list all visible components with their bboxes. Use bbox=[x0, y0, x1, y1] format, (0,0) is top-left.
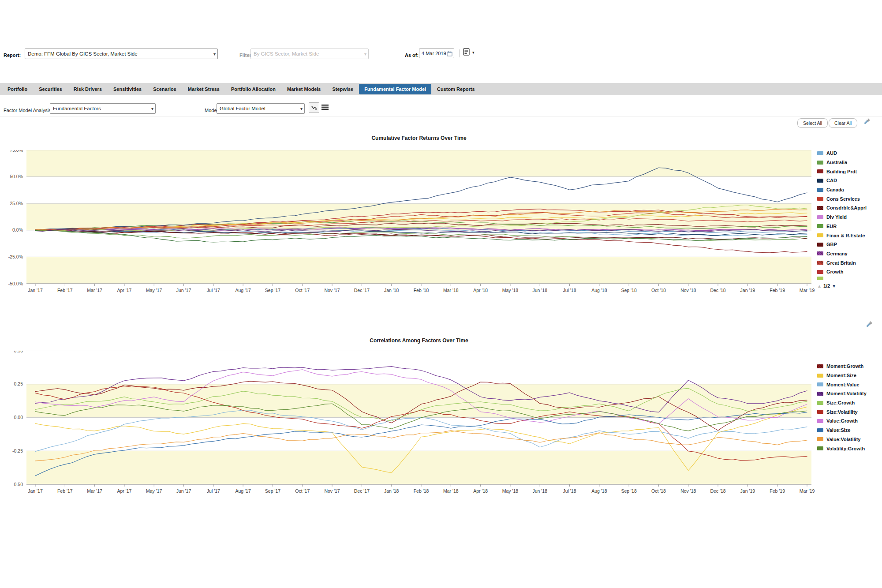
legend-item-eur[interactable]: EUR bbox=[817, 222, 867, 231]
page-up-icon[interactable]: ▲ bbox=[817, 284, 822, 288]
legend-label: Size:Growth bbox=[826, 400, 855, 405]
legend-swatch bbox=[817, 382, 823, 386]
wrench-icon[interactable] bbox=[863, 320, 873, 330]
legend-item-value-size[interactable]: Value:Size bbox=[817, 426, 867, 435]
chevron-down-icon: ▾ bbox=[300, 106, 303, 111]
svg-text:Jan '17: Jan '17 bbox=[28, 288, 43, 293]
export-report-icon[interactable] bbox=[463, 48, 471, 57]
legend-swatch bbox=[817, 197, 823, 201]
svg-text:Jun '17: Jun '17 bbox=[176, 488, 191, 494]
legend-item-partial[interactable] bbox=[817, 277, 867, 280]
svg-text:Nov '18: Nov '18 bbox=[680, 288, 696, 293]
legend-swatch bbox=[817, 428, 823, 432]
tab-portfolio-allocation[interactable]: Portfolio Allocation bbox=[225, 86, 281, 92]
svg-text:-0.25: -0.25 bbox=[12, 448, 23, 453]
legend-item-finan-r-estate[interactable]: Finan & R.Estate bbox=[817, 231, 867, 240]
legend-label: Canada bbox=[826, 187, 844, 192]
legend-item-aud[interactable]: AUD bbox=[817, 149, 867, 158]
legend-item-building-prdt[interactable]: Building Prdt bbox=[817, 167, 867, 176]
tab-securities[interactable]: Securities bbox=[33, 86, 68, 92]
legend-item-cons-services[interactable]: Cons Services bbox=[817, 194, 867, 203]
legend-item-value-volatility[interactable]: Value:Volatility bbox=[817, 435, 867, 444]
clear-all-button[interactable]: Clear All bbox=[829, 118, 857, 128]
legend-item-growth[interactable]: Growth bbox=[817, 267, 867, 277]
legend-item-germany[interactable]: Germany bbox=[817, 249, 867, 258]
chevron-down-icon: ▾ bbox=[364, 52, 366, 56]
legend-item-gbp[interactable]: GBP bbox=[817, 240, 867, 249]
tab-market-models[interactable]: Market Models bbox=[281, 86, 326, 92]
legend-item-value-growth[interactable]: Value:Growth bbox=[817, 416, 867, 426]
legend-item-div-yield[interactable]: Div Yield bbox=[817, 213, 867, 222]
chart-view-icon[interactable] bbox=[309, 102, 319, 113]
legend-item-canada[interactable]: Canada bbox=[817, 185, 867, 195]
legend-swatch bbox=[817, 179, 823, 183]
tab-portfolio[interactable]: Portfolio bbox=[2, 86, 33, 92]
svg-text:Sep '18: Sep '18 bbox=[621, 288, 637, 293]
calendar-icon[interactable] bbox=[447, 51, 452, 56]
chevron-down-icon: ▾ bbox=[213, 52, 216, 56]
svg-text:Oct '17: Oct '17 bbox=[295, 488, 310, 494]
svg-text:May '18: May '18 bbox=[502, 488, 519, 494]
asof-label: As of: bbox=[405, 51, 419, 59]
svg-text:Mar '18: Mar '18 bbox=[443, 288, 459, 293]
tab-custom-reports[interactable]: Custom Reports bbox=[431, 86, 481, 92]
svg-text:Dec '17: Dec '17 bbox=[354, 488, 370, 494]
svg-text:Jan '17: Jan '17 bbox=[28, 488, 43, 494]
caret-down-icon[interactable]: ▾ bbox=[472, 50, 475, 55]
legend-item-moment-volatility[interactable]: Moment:Volatility bbox=[817, 389, 867, 398]
legend-item-great-britain[interactable]: Great Britain bbox=[817, 258, 867, 267]
svg-text:Feb '19: Feb '19 bbox=[770, 288, 785, 293]
tab-risk-drivers[interactable]: Risk Drivers bbox=[68, 86, 108, 92]
svg-text:Jul '18: Jul '18 bbox=[563, 488, 576, 494]
svg-text:May '17: May '17 bbox=[146, 288, 162, 293]
filter-dropdown[interactable]: By GICS Sector, Market Side ▾ bbox=[250, 49, 369, 59]
select-all-button[interactable]: Select All bbox=[797, 118, 828, 128]
tab-scenarios[interactable]: Scenarios bbox=[147, 86, 182, 92]
report-dropdown-value: Demo: FFM Global By GICS Sector, Market … bbox=[28, 51, 138, 56]
wrench-icon[interactable] bbox=[861, 117, 871, 127]
svg-text:50.0%: 50.0% bbox=[10, 174, 23, 179]
model-dropdown[interactable]: Global Factor Model ▾ bbox=[217, 103, 305, 114]
svg-text:Mar '17: Mar '17 bbox=[87, 488, 102, 494]
legend-label: Finan & R.Estate bbox=[826, 233, 865, 238]
factor-model-analysis-dropdown[interactable]: Fundamental Factors ▾ bbox=[50, 103, 156, 114]
svg-text:0.50: 0.50 bbox=[14, 351, 23, 353]
legend-item-volatility-growth[interactable]: Volatility:Growth bbox=[817, 444, 867, 453]
legend-label: Australia bbox=[826, 160, 847, 165]
svg-text:Apr '18: Apr '18 bbox=[473, 488, 488, 494]
legend-label: Moment:Growth bbox=[826, 363, 863, 369]
tab-stepwise[interactable]: Stepwise bbox=[326, 86, 359, 92]
legend-item-size-growth[interactable]: Size:Growth bbox=[817, 398, 867, 408]
svg-text:Apr '17: Apr '17 bbox=[117, 488, 131, 494]
legend-swatch bbox=[817, 277, 823, 280]
legend-label: Value:Volatility bbox=[826, 437, 860, 442]
svg-text:0.0%: 0.0% bbox=[12, 227, 23, 232]
tab-fundamental-factor-model[interactable]: Fundamental Factor Model bbox=[359, 84, 431, 94]
list-view-icon[interactable] bbox=[321, 103, 329, 112]
svg-text:-25.0%: -25.0% bbox=[8, 254, 23, 259]
legend-item-moment-value[interactable]: Moment:Value bbox=[817, 380, 867, 389]
svg-text:Feb '18: Feb '18 bbox=[414, 488, 429, 494]
legend-item-moment-size[interactable]: Moment:Size bbox=[817, 371, 867, 380]
svg-text:Oct '18: Oct '18 bbox=[651, 488, 666, 494]
legend-swatch bbox=[817, 437, 823, 441]
asof-date-input[interactable]: 4 Mar 2019 bbox=[419, 49, 454, 58]
tab-sensitivities[interactable]: Sensitivities bbox=[108, 86, 147, 92]
legend-pagination: ▲ 1/2 ▼ bbox=[817, 283, 836, 288]
legend-item-consdrble-apprl[interactable]: Consdrble&Apprl bbox=[817, 203, 867, 213]
svg-text:Jun '17: Jun '17 bbox=[176, 288, 191, 293]
legend-item-australia[interactable]: Australia bbox=[817, 158, 867, 167]
svg-text:Aug '17: Aug '17 bbox=[235, 488, 251, 494]
chart1-title: Cumulative Factor Returns Over Time bbox=[26, 135, 811, 141]
legend-swatch bbox=[817, 169, 823, 173]
legend-label: EUR bbox=[826, 224, 837, 229]
page-down-icon[interactable]: ▼ bbox=[832, 284, 836, 288]
legend-item-moment-growth[interactable]: Moment:Growth bbox=[817, 362, 867, 371]
legend-item-cad[interactable]: CAD bbox=[817, 176, 867, 185]
legend-swatch bbox=[817, 446, 823, 450]
legend-label: Building Prdt bbox=[826, 169, 857, 174]
report-dropdown[interactable]: Demo: FFM Global By GICS Sector, Market … bbox=[25, 49, 218, 59]
legend-label: Moment:Size bbox=[826, 373, 856, 378]
legend-item-size-volatility[interactable]: Size:Volatility bbox=[817, 407, 867, 416]
tab-market-stress[interactable]: Market Stress bbox=[182, 86, 225, 92]
